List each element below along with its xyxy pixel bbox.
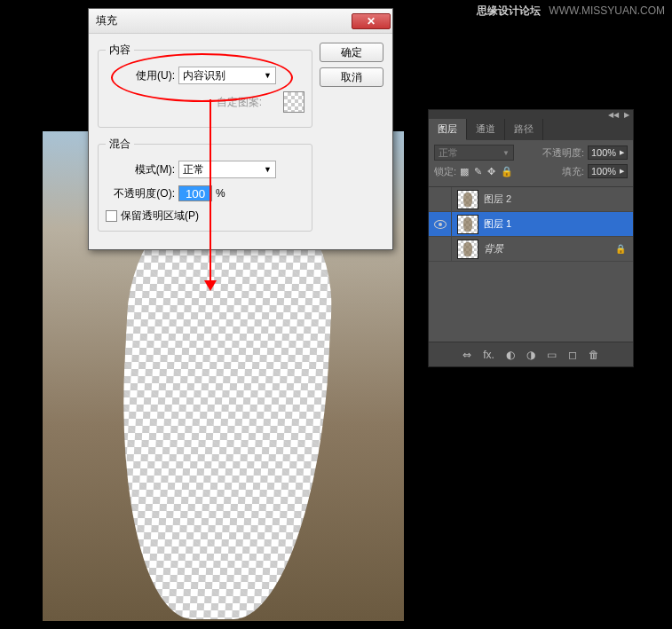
content-fieldset: 内容 使用(U): 内容识别 ▼ 自定图案:: [98, 43, 312, 128]
layer-name[interactable]: 背景: [484, 242, 615, 256]
watermark: 思缘设计论坛 WWW.MISSYUAN.COM: [477, 4, 665, 19]
mode-dropdown[interactable]: 正常 ▼: [178, 161, 276, 178]
dialog-title: 填充: [96, 13, 352, 28]
flyout-icon: ▶: [624, 111, 629, 119]
chevron-right-icon: ▶: [620, 149, 624, 156]
lock-all-icon[interactable]: 🔒: [501, 166, 513, 177]
layer-name[interactable]: 图层 2: [484, 193, 633, 206]
layer-list: 图层 2 图层 1 背景 🔒: [429, 187, 633, 342]
close-icon: ✕: [367, 15, 376, 28]
adjustment-icon[interactable]: ◑: [526, 349, 535, 361]
visibility-toggle[interactable]: [429, 187, 452, 211]
visibility-toggle[interactable]: [429, 237, 452, 261]
content-legend: 内容: [106, 43, 134, 58]
preserve-label: 保留透明区域(P): [121, 208, 199, 224]
close-button[interactable]: ✕: [352, 13, 391, 29]
chevron-down-icon: ▼: [264, 165, 272, 174]
tab-layers[interactable]: 图层: [429, 119, 467, 140]
visibility-toggle[interactable]: [429, 212, 452, 236]
cancel-button[interactable]: 取消: [320, 67, 383, 87]
use-label: 使用(U):: [106, 68, 175, 83]
layer-thumbnail[interactable]: [457, 240, 478, 259]
blend-legend: 混合: [106, 137, 134, 152]
fill-input[interactable]: 100%▶: [588, 164, 628, 178]
pattern-label: 自定图案:: [217, 95, 262, 110]
panel-tabs: 图层 通道 路径: [429, 119, 633, 140]
panel-footer: ⇔ fx. ◐ ◑ ▭ ◻ 🗑: [429, 342, 633, 366]
mode-label: 模式(M):: [106, 162, 175, 177]
blend-fieldset: 混合 模式(M): 正常 ▼ 不透明度(O): % 保留透明区域(P): [98, 137, 312, 232]
lock-paint-icon[interactable]: ✎: [474, 166, 482, 177]
dialog-titlebar[interactable]: 填充 ✕: [89, 9, 392, 34]
tab-channels[interactable]: 通道: [467, 119, 505, 140]
preserve-checkbox[interactable]: [106, 210, 117, 222]
annotation-arrow-line: [210, 99, 211, 284]
layer-thumbnail[interactable]: [457, 215, 478, 234]
fx-icon[interactable]: fx.: [483, 349, 494, 361]
link-layers-icon[interactable]: ⇔: [462, 349, 471, 361]
opacity-unit: %: [216, 187, 225, 200]
lock-transparent-icon[interactable]: ▩: [460, 166, 469, 177]
panel-opacity-label: 不透明度:: [542, 146, 584, 160]
collapse-icon: ◀◀: [608, 111, 619, 119]
layer-thumbnail[interactable]: [457, 190, 478, 209]
layer-name[interactable]: 图层 1: [484, 217, 633, 231]
layer-row[interactable]: 图层 2: [429, 187, 633, 212]
layers-panel: ◀◀ ▶ 图层 通道 路径 正常 ▼ 不透明度: 100%▶ 锁定: ▩ ✎ ✥…: [428, 109, 634, 367]
opacity-label: 不透明度(O):: [106, 186, 175, 201]
eye-icon: [434, 220, 447, 229]
tab-paths[interactable]: 路径: [505, 119, 543, 140]
panel-opacity-input[interactable]: 100%▶: [588, 145, 628, 160]
trash-icon[interactable]: 🗑: [589, 349, 599, 361]
annotation-arrow-head: [204, 280, 217, 291]
lock-position-icon[interactable]: ✥: [487, 166, 495, 177]
lock-buttons: ▩ ✎ ✥ 🔒: [460, 166, 513, 177]
chevron-down-icon: ▼: [264, 71, 272, 80]
layer-row[interactable]: 背景 🔒: [429, 237, 633, 262]
new-layer-icon[interactable]: ◻: [568, 349, 577, 361]
watermark-url: WWW.MISSYUAN.COM: [549, 4, 665, 17]
folder-icon[interactable]: ▭: [547, 349, 557, 361]
chevron-right-icon: ▶: [620, 168, 624, 175]
use-dropdown[interactable]: 内容识别 ▼: [178, 67, 276, 84]
ok-button[interactable]: 确定: [320, 43, 383, 62]
lock-label: 锁定:: [434, 165, 456, 178]
fill-label: 填充:: [562, 165, 584, 178]
opacity-input[interactable]: [178, 185, 212, 201]
blend-mode-dropdown[interactable]: 正常 ▼: [434, 145, 514, 161]
mask-icon[interactable]: ◐: [506, 349, 515, 361]
watermark-cn: 思缘设计论坛: [477, 4, 541, 17]
fill-dialog: 填充 ✕ 内容 使用(U): 内容识别 ▼ 自定图案: 混合: [88, 8, 393, 250]
pattern-swatch[interactable]: [283, 91, 304, 113]
chevron-down-icon: ▼: [502, 149, 510, 157]
panel-collapse-bar[interactable]: ◀◀ ▶: [429, 110, 633, 119]
layer-row[interactable]: 图层 1: [429, 212, 633, 237]
lock-icon: 🔒: [615, 244, 626, 254]
